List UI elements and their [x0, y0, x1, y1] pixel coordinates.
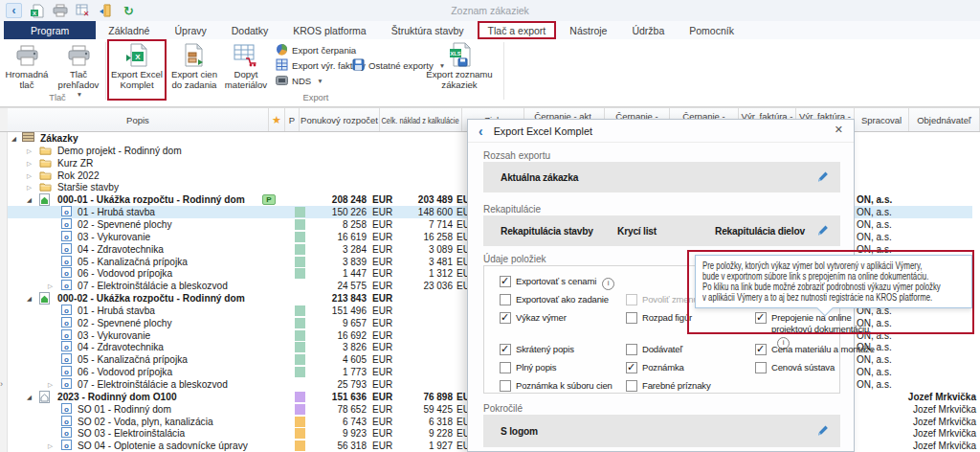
- tab-n-stroje[interactable]: Nástroje: [557, 21, 619, 39]
- checkbox-box[interactable]: [500, 344, 511, 355]
- checkbox-box[interactable]: [626, 294, 637, 305]
- export-cien-button[interactable]: Export cien do zadania: [168, 41, 220, 90]
- expand-closed-icon[interactable]: ▷: [48, 381, 53, 388]
- checkbox-cenov-s-stava[interactable]: Cenová sústava: [755, 362, 835, 373]
- expand-open-icon[interactable]: ◢: [11, 135, 16, 142]
- hromadna-tlac-button[interactable]: Hromadná tlač: [4, 41, 50, 90]
- row-label: 07 - Elektroinštálácie a bleskozvod: [78, 280, 228, 292]
- section-label-pokrocile: Pokročilé: [483, 403, 523, 414]
- back-icon[interactable]: ‹: [479, 124, 483, 138]
- checkbox-cena-materi-lu-a-mont-e[interactable]: Cena materiálu a montáže: [755, 344, 875, 355]
- expand-closed-icon[interactable]: ▷: [27, 172, 32, 179]
- checkbox-pozn-mka[interactable]: Poznámka: [626, 362, 684, 373]
- currency-label: EUR: [372, 329, 392, 342]
- expand-closed-icon[interactable]: ▷: [48, 442, 53, 449]
- column-header-objedn-vate[interactable]: Objednávateľ: [909, 108, 980, 131]
- export-cerpania-button[interactable]: Export čerpania: [276, 43, 356, 57]
- group-separator: [503, 42, 504, 100]
- column-header-popis[interactable]: Popis: [8, 108, 269, 131]
- tab-trukt-ra-stavby[interactable]: Štruktúra stavby: [379, 21, 477, 39]
- close-icon[interactable]: ✕: [835, 124, 843, 135]
- edit-pencil-icon[interactable]: [815, 424, 829, 440]
- tab-pomocn-k[interactable]: Pomocník: [677, 21, 746, 39]
- checkbox-exportova-s-cenami[interactable]: Exportovať s cenamii: [500, 276, 614, 290]
- button-label: Hromadná tlač: [4, 70, 50, 90]
- invoice-grid-icon: [276, 58, 288, 73]
- checkbox-rozpad-fig-r[interactable]: Rozpad figúr: [626, 312, 692, 324]
- checkbox-box[interactable]: [500, 380, 511, 392]
- checkbox-box[interactable]: [755, 344, 767, 355]
- column-header-ponukov-rozpo-et[interactable]: Ponukový rozpočet: [300, 108, 380, 131]
- expand-open-icon[interactable]: ◢: [27, 196, 32, 203]
- edit-pencil-icon[interactable]: [815, 224, 829, 239]
- checkbox-box[interactable]: [626, 312, 637, 324]
- column-header-spracoval[interactable]: Spracoval: [855, 108, 909, 131]
- checkbox-box[interactable]: [500, 312, 511, 324]
- expand-open-icon[interactable]: ◢: [27, 394, 32, 400]
- checkbox-box[interactable]: [500, 294, 511, 305]
- checkbox-box[interactable]: [626, 380, 637, 392]
- export-excel-komplet-button[interactable]: X Export Excel Komplet: [111, 41, 163, 90]
- expand-open-icon[interactable]: ◢: [27, 295, 32, 302]
- delete-grid-icon[interactable]: ✕: [75, 3, 91, 18]
- rekapitulacie-row[interactable]: Rekapitulácia stavby Krycí list Rekapitu…: [483, 215, 840, 246]
- expand-closed-icon[interactable]: ▷: [27, 184, 32, 191]
- nds-button[interactable]: NDS ▼: [276, 74, 323, 88]
- checkbox-label: Poznámka k súboru cien: [516, 380, 612, 392]
- row-label: 01 - Hrubá stavba: [78, 206, 155, 218]
- column-header-gutter[interactable]: [0, 108, 8, 131]
- tab-dodatky[interactable]: Dodatky: [219, 21, 281, 39]
- checkbox-box[interactable]: [500, 362, 511, 373]
- checkbox-skr-ten-popis[interactable]: Skrátený popis: [500, 344, 574, 355]
- checkbox-label: Skrátený popis: [516, 344, 574, 355]
- back-icon[interactable]: ‹: [6, 3, 22, 18]
- color-tag-purple: [295, 392, 305, 402]
- info-icon[interactable]: i: [602, 278, 614, 290]
- checkbox-exportova-ako-zadanie[interactable]: Exportovať ako zadanie: [500, 294, 609, 305]
- tooltip-line: v aplikácii Výmery a to aj bez nutnosti …: [702, 292, 907, 303]
- column-header-celk-n-klad-z-kalkul-cie[interactable]: Celk. náklad z kalkulácie: [380, 108, 462, 131]
- excel-export-icon[interactable]: X: [29, 3, 45, 18]
- printer-icon[interactable]: [52, 3, 68, 18]
- column-header-p[interactable]: P: [285, 108, 300, 131]
- checkbox-dod-vate[interactable]: Dodávateľ: [626, 344, 682, 355]
- objednavatel-value: Jozef Mrkvička: [896, 427, 976, 440]
- edit-pencil-icon[interactable]: [815, 170, 829, 186]
- tab-program[interactable]: Program: [4, 21, 96, 39]
- spracoval-value: ON, a.s.: [857, 366, 892, 378]
- objednavatel-value: Jozef Mrkvička: [896, 416, 976, 428]
- rozsah-exportu-row[interactable]: Aktuálna zákazka: [483, 162, 840, 192]
- tab-kros-platforma[interactable]: KROS platforma: [280, 21, 378, 39]
- checkbox-box[interactable]: [626, 362, 637, 373]
- checkbox-box[interactable]: [755, 362, 767, 373]
- spracoval-value: ON, a.s.: [857, 218, 892, 231]
- pokrocile-row[interactable]: S logom: [483, 415, 840, 447]
- checkbox-box[interactable]: [500, 276, 511, 287]
- refresh-icon[interactable]: ↻: [121, 3, 137, 18]
- ponukovy-rozpocet-value: 1 773: [305, 366, 367, 378]
- tab-tla-a-export[interactable]: Tlač a export: [478, 21, 557, 39]
- checkbox-pozn-mka-k-s-boru-cien[interactable]: Poznámka k súboru cien: [500, 380, 612, 392]
- ponukovy-rozpocet-value: 150 226: [305, 206, 367, 218]
- celk-naklad-value: 3 089: [390, 243, 453, 256]
- app-window: ‹ X ✕ ↻ Zoznam zákaziek ProgramZákladnéÚ…: [0, 0, 980, 452]
- checkbox-farebn-pr-znaky[interactable]: Farebné príznaky: [626, 380, 711, 392]
- tab-dr-ba[interactable]: Údržba: [619, 21, 677, 39]
- row-label: 02 - Spevnené plochy: [78, 218, 172, 231]
- export-zoznamu-zakaziek-button[interactable]: XLS Export zoznamu zákaziek: [425, 41, 494, 90]
- checkbox-pln-popis[interactable]: Plný popis: [500, 362, 556, 373]
- collapsed-panel-strip[interactable]: ›: [0, 132, 8, 452]
- spracoval-value: ON, a.s.: [857, 231, 892, 243]
- tab-pravy[interactable]: Úpravy: [162, 21, 218, 39]
- svg-text:o: o: [64, 404, 69, 413]
- checkbox-box[interactable]: [626, 344, 637, 355]
- checkbox-v-kaz-v-mer[interactable]: Výkaz výmer: [500, 312, 567, 324]
- expand-closed-icon[interactable]: ▷: [48, 282, 53, 289]
- column-header-star[interactable]: ★: [269, 108, 285, 131]
- dopyt-materialov-button[interactable]: Dopyt materiálov: [222, 41, 270, 90]
- open-folder-icon[interactable]: [98, 3, 114, 18]
- tlac-prehladov-button[interactable]: Tlač prehľadov ▼: [50, 41, 107, 101]
- expand-closed-icon[interactable]: ▷: [27, 147, 32, 154]
- tab-z-kladn[interactable]: Základné: [96, 21, 162, 39]
- expand-closed-icon[interactable]: ▷: [27, 160, 32, 167]
